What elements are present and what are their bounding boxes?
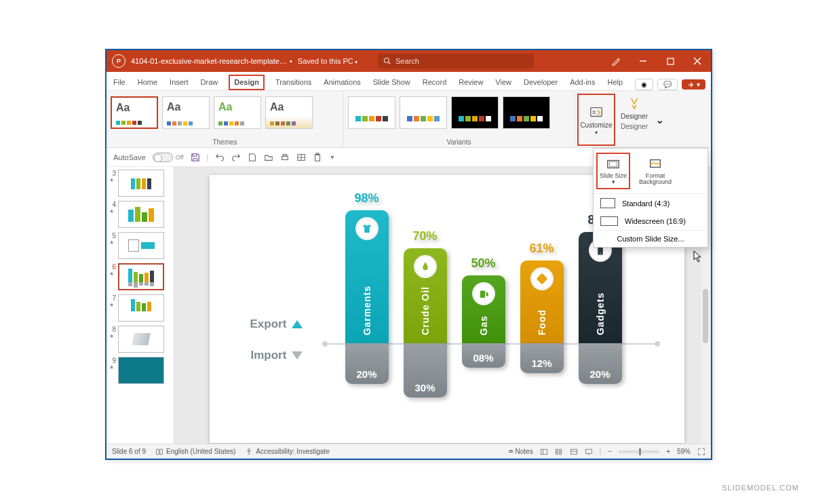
slide-thumbnails[interactable]: 3★ 4★ 5★ 6★ 7★ 8★ 9★ bbox=[106, 167, 174, 444]
sorter-view-icon[interactable] bbox=[555, 448, 563, 456]
ink-button[interactable] bbox=[602, 50, 629, 72]
zoom-in[interactable]: + bbox=[666, 448, 670, 455]
save-icon[interactable] bbox=[191, 153, 200, 162]
table-icon[interactable] bbox=[296, 153, 306, 162]
theme-thumb-2[interactable]: Aa bbox=[162, 96, 210, 129]
variant-4[interactable] bbox=[503, 96, 550, 129]
tab-addins[interactable]: Add-ins bbox=[568, 75, 596, 90]
export-pct: 70% bbox=[404, 229, 447, 244]
autosave-label: AutoSave bbox=[113, 153, 146, 161]
autosave-toggle[interactable] bbox=[153, 153, 173, 162]
tab-home[interactable]: Home bbox=[136, 75, 159, 90]
document-title[interactable]: 4104-01-exclusive-market-research-templa… bbox=[131, 57, 287, 65]
import-pct: 20% bbox=[345, 343, 389, 384]
themes-label: Themes bbox=[111, 138, 339, 146]
zoom-value[interactable]: 59% bbox=[677, 448, 691, 455]
accessibility-status[interactable]: Accessibility: Investigate bbox=[245, 448, 329, 456]
size-custom[interactable]: Custom Slide Size... bbox=[594, 230, 708, 247]
search-icon bbox=[383, 57, 391, 65]
category-name: Crude Oil bbox=[420, 286, 431, 335]
tab-file[interactable]: File bbox=[112, 75, 127, 90]
bar-garments: 98%Garments20% bbox=[345, 195, 389, 416]
tab-insert[interactable]: Insert bbox=[168, 75, 190, 90]
redo-icon[interactable] bbox=[231, 153, 241, 162]
tab-view[interactable]: View bbox=[494, 75, 513, 90]
slide-size-button[interactable]: Slide Size ▾ bbox=[596, 153, 630, 189]
tab-help[interactable]: Help bbox=[606, 75, 624, 90]
themes-group: Aa Aa Aa Aa Themes bbox=[106, 91, 344, 147]
import-pct: 20% bbox=[579, 343, 622, 384]
maximize-button[interactable] bbox=[657, 50, 684, 72]
svg-rect-25 bbox=[559, 449, 561, 451]
minimize-button[interactable] bbox=[629, 50, 657, 72]
new-file-icon[interactable] bbox=[248, 153, 257, 162]
bar-food: 61%Food12% bbox=[520, 195, 564, 416]
export-label: Export bbox=[250, 317, 287, 331]
variants-label: Variants bbox=[348, 138, 570, 146]
reading-view-icon[interactable] bbox=[570, 448, 578, 456]
title-bar: P 4104-01-exclusive-market-research-temp… bbox=[106, 50, 711, 72]
thumb-9[interactable] bbox=[118, 357, 164, 384]
thumb-6[interactable] bbox=[118, 263, 164, 290]
tab-review[interactable]: Review bbox=[457, 75, 484, 90]
notes-button[interactable]: ≐ Notes bbox=[508, 448, 533, 455]
tab-design[interactable]: Design bbox=[229, 75, 265, 90]
undo-icon[interactable] bbox=[215, 153, 225, 162]
tab-record[interactable]: Record bbox=[421, 75, 448, 90]
thumb-8[interactable] bbox=[118, 326, 164, 353]
language-status[interactable]: English (United States) bbox=[155, 448, 235, 456]
variant-1[interactable] bbox=[348, 96, 395, 129]
bar-gas: 50%Gas08% bbox=[462, 195, 505, 416]
slideshow-view-icon[interactable] bbox=[585, 448, 593, 456]
normal-view-icon[interactable] bbox=[540, 448, 548, 456]
svg-point-0 bbox=[385, 58, 389, 63]
tab-animations[interactable]: Animations bbox=[322, 75, 362, 90]
export-pct: 61% bbox=[520, 241, 564, 256]
tab-developer[interactable]: Developer bbox=[522, 75, 559, 90]
ribbon-collapse[interactable]: ⌄ bbox=[653, 94, 665, 146]
format-background-button[interactable]: Format Background bbox=[634, 153, 676, 189]
theme-thumb-1[interactable]: Aa bbox=[111, 96, 158, 129]
slide-position[interactable]: Slide 6 of 9 bbox=[112, 448, 146, 455]
zoom-slider[interactable] bbox=[619, 450, 659, 453]
paste-icon[interactable] bbox=[313, 153, 322, 162]
share-button[interactable]: ▾ bbox=[682, 79, 705, 90]
print-icon[interactable] bbox=[280, 153, 290, 162]
svg-rect-10 bbox=[282, 156, 288, 159]
category-icon bbox=[472, 282, 495, 305]
theme-thumb-3[interactable]: Aa bbox=[214, 96, 261, 129]
open-icon[interactable] bbox=[264, 153, 273, 162]
size-standard[interactable]: Standard (4:3) bbox=[594, 194, 708, 212]
variants-group: Variants bbox=[344, 91, 575, 147]
close-button[interactable] bbox=[684, 50, 711, 72]
thumb-4[interactable] bbox=[118, 201, 164, 228]
fit-icon[interactable] bbox=[697, 448, 705, 456]
thumb-5[interactable] bbox=[118, 232, 164, 259]
powerpoint-icon: P bbox=[112, 54, 125, 68]
slide-size-icon bbox=[606, 157, 621, 172]
size-widescreen[interactable]: Widescreen (16:9) bbox=[594, 212, 708, 230]
standard-icon bbox=[600, 198, 615, 208]
tab-transitions[interactable]: Transitions bbox=[274, 75, 313, 90]
zoom-out[interactable]: − bbox=[608, 448, 612, 455]
thumb-3[interactable] bbox=[118, 170, 164, 197]
record-indicator[interactable]: ◉ bbox=[635, 79, 653, 90]
svg-rect-27 bbox=[559, 452, 561, 454]
designer-button[interactable]: Designer bbox=[615, 94, 653, 123]
search-box[interactable]: Search bbox=[378, 54, 534, 69]
thumb-7[interactable] bbox=[118, 294, 164, 322]
tab-draw[interactable]: Draw bbox=[199, 75, 220, 90]
customize-button[interactable]: Customize ▼ bbox=[577, 94, 615, 146]
tab-slideshow[interactable]: Slide Show bbox=[372, 75, 412, 90]
category-name: Food bbox=[537, 309, 547, 335]
save-status[interactable]: Saved to this PC bbox=[298, 57, 357, 65]
triangle-up-icon bbox=[292, 320, 303, 328]
triangle-down-icon bbox=[292, 351, 303, 360]
comments-button[interactable]: 💬 bbox=[657, 79, 678, 90]
theme-thumb-4[interactable]: Aa bbox=[265, 96, 313, 129]
variant-2[interactable] bbox=[400, 96, 447, 129]
customize-label: Customize bbox=[580, 121, 612, 129]
category-name: Garments bbox=[362, 286, 372, 335]
variant-3[interactable] bbox=[451, 96, 499, 129]
svg-rect-15 bbox=[315, 154, 320, 161]
